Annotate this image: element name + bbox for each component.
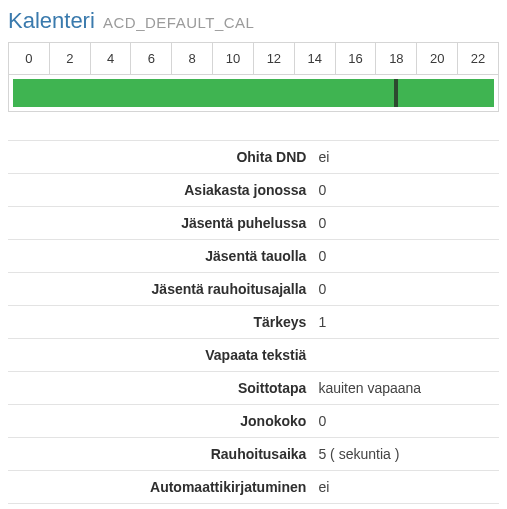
property-label: Jäsentä puhelussa <box>8 207 312 240</box>
property-label: Jonokoko <box>8 405 312 438</box>
title-subtext: ACD_DEFAULT_CAL <box>103 14 254 31</box>
property-value: 0 <box>312 405 499 438</box>
timeline-bar-area <box>9 75 498 111</box>
timeline-hour-label: 20 <box>417 43 458 74</box>
table-row: Jäsentä puhelussa0 <box>8 207 499 240</box>
property-label: Asiakasta jonossa <box>8 174 312 207</box>
property-label: Ohita DND <box>8 141 312 174</box>
property-label: Jäsentä tauolla <box>8 240 312 273</box>
property-value: ei <box>312 471 499 504</box>
title-text: Kalenteri <box>8 8 95 33</box>
table-row: Tärkeys1 <box>8 306 499 339</box>
property-label: Tärkeys <box>8 306 312 339</box>
table-row: Ohita DNDei <box>8 141 499 174</box>
timeline-hour-label: 18 <box>376 43 417 74</box>
property-value: 0 <box>312 207 499 240</box>
timeline-hour-label: 12 <box>254 43 295 74</box>
property-value: 0 <box>312 273 499 306</box>
timeline-hour-label: 14 <box>295 43 336 74</box>
property-label: Rauhoitusaika <box>8 438 312 471</box>
property-label: Soittotapa <box>8 372 312 405</box>
properties-table: Ohita DNDeiAsiakasta jonossa0Jäsentä puh… <box>8 140 499 503</box>
table-row: Jäsentä rauhoitusajalla0 <box>8 273 499 306</box>
property-value: 0 <box>312 240 499 273</box>
timeline-hour-label: 2 <box>50 43 91 74</box>
timeline-hour-label: 6 <box>131 43 172 74</box>
property-value: kauiten vapaana <box>312 372 499 405</box>
table-row: Jonokoko0 <box>8 405 499 438</box>
property-label: Jäsentä rauhoitusajalla <box>8 273 312 306</box>
timeline-current-marker <box>394 79 398 107</box>
timeline-hour-label: 16 <box>336 43 377 74</box>
table-row: Vapaata tekstiä <box>8 339 499 372</box>
table-row: Asiakasta jonossa0 <box>8 174 499 207</box>
table-row: Soittotapakauiten vapaana <box>8 372 499 405</box>
timeline-hour-label: 0 <box>9 43 50 74</box>
table-row: Jäsentä tauolla0 <box>8 240 499 273</box>
property-value <box>312 339 499 372</box>
divider <box>8 503 499 504</box>
table-row: Rauhoitusaika5 ( sekuntia ) <box>8 438 499 471</box>
property-value: 5 ( sekuntia ) <box>312 438 499 471</box>
property-value: ei <box>312 141 499 174</box>
timeline-hour-label: 22 <box>458 43 498 74</box>
timeline-active-range <box>13 79 494 107</box>
timeline-hour-label: 10 <box>213 43 254 74</box>
table-row: Automaattikirjatuminenei <box>8 471 499 504</box>
calendar-timeline: 0246810121416182022 <box>8 42 499 112</box>
timeline-hours: 0246810121416182022 <box>9 43 498 75</box>
property-label: Vapaata tekstiä <box>8 339 312 372</box>
property-value: 1 <box>312 306 499 339</box>
timeline-hour-label: 8 <box>172 43 213 74</box>
property-value: 0 <box>312 174 499 207</box>
page-title: Kalenteri ACD_DEFAULT_CAL <box>8 8 499 34</box>
property-label: Automaattikirjatuminen <box>8 471 312 504</box>
timeline-hour-label: 4 <box>91 43 132 74</box>
